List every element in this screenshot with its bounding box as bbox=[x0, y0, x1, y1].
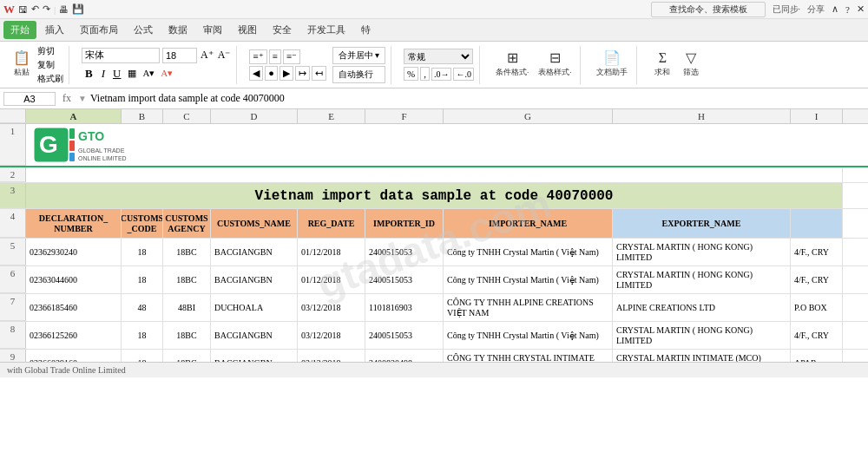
close-icon[interactable]: ✕ bbox=[857, 3, 865, 15]
align-left-button[interactable]: ◀ bbox=[249, 66, 263, 81]
bold-button[interactable]: B bbox=[82, 65, 96, 82]
thousand-button[interactable]: , bbox=[420, 67, 430, 81]
cell-reg-date-8[interactable]: 03/12/2018 bbox=[298, 322, 365, 349]
cell-customs-agency-6[interactable]: 18BC bbox=[163, 266, 211, 293]
paste-button[interactable]: 📋 粘贴 bbox=[9, 48, 35, 82]
sum-button[interactable]: Σ 求和 bbox=[649, 48, 675, 82]
indent-button[interactable]: ↦ bbox=[295, 66, 310, 81]
col-header-e[interactable]: E bbox=[298, 109, 365, 123]
share-button[interactable]: 分享 bbox=[807, 3, 825, 16]
number-format-select[interactable]: 常规 bbox=[404, 49, 473, 64]
tab-layout[interactable]: 页面布局 bbox=[73, 21, 125, 39]
cut-button[interactable]: 剪切 bbox=[37, 45, 63, 57]
cell-exporter-name-7[interactable]: ALPINE CREATIONS LTD bbox=[613, 294, 791, 321]
cell-reg-date-7[interactable]: 03/12/2018 bbox=[298, 294, 365, 321]
col-header-i[interactable]: I bbox=[791, 109, 843, 123]
cell-declaration-7[interactable]: 02366185460 bbox=[26, 294, 122, 321]
col-header-b[interactable]: B bbox=[122, 109, 163, 123]
cell-extra-7[interactable]: P.O BOX bbox=[791, 294, 843, 321]
percent-button[interactable]: % bbox=[404, 67, 418, 81]
cell-declaration-5[interactable]: 02362930240 bbox=[26, 239, 122, 265]
conditional-format-button[interactable]: ⊞ 条件格式· bbox=[492, 48, 532, 82]
cell-customs-agency-8[interactable]: 18BC bbox=[163, 322, 211, 349]
cell-customs-name-6[interactable]: BACGIANGBN bbox=[211, 266, 298, 293]
align-top-button[interactable]: ≡⁺ bbox=[249, 49, 266, 64]
align-right-button[interactable]: ▶ bbox=[279, 66, 293, 81]
cell-importer-id-7[interactable]: 1101816903 bbox=[365, 294, 444, 321]
tab-security[interactable]: 安全 bbox=[266, 21, 299, 39]
doc-helper-button[interactable]: 📄 文档助手 bbox=[593, 48, 631, 82]
formula-input[interactable] bbox=[90, 92, 865, 105]
tab-view[interactable]: 视图 bbox=[231, 21, 264, 39]
print-icon[interactable]: 🖶 bbox=[59, 4, 69, 15]
cell-customs-agency-5[interactable]: 18BC bbox=[163, 239, 211, 265]
tab-developer[interactable]: 开发工具 bbox=[300, 21, 352, 39]
quick-access-icon[interactable]: 🖫 bbox=[18, 4, 28, 15]
increase-font-button[interactable]: A⁺ bbox=[200, 48, 214, 62]
font-size-select[interactable] bbox=[162, 48, 197, 63]
font-color-button[interactable]: A▾ bbox=[159, 67, 174, 80]
cell-declaration-8[interactable]: 02366125260 bbox=[26, 322, 122, 349]
align-bottom-button[interactable]: ≡⁻ bbox=[283, 49, 300, 64]
cell-customs-name-8[interactable]: BACGIANGBN bbox=[211, 322, 298, 349]
decrease-decimal-button[interactable]: ←.0 bbox=[453, 68, 474, 81]
cell-importer-name-8[interactable]: Công ty TNHH Crystal Martin ( Việt Nam) bbox=[444, 322, 613, 349]
format-painter-button[interactable]: 格式刷 bbox=[37, 73, 63, 85]
col-header-f[interactable]: F bbox=[365, 109, 444, 123]
undo-icon[interactable]: ↶ bbox=[31, 3, 39, 15]
col-header-c[interactable]: C bbox=[163, 109, 211, 123]
col-header-a[interactable]: A bbox=[26, 109, 122, 123]
col-header-h[interactable]: H bbox=[613, 109, 791, 123]
redo-icon[interactable]: ↷ bbox=[43, 3, 50, 15]
tab-formula[interactable]: 公式 bbox=[127, 21, 160, 39]
cell-customs-name-7[interactable]: DUCHOALA bbox=[211, 294, 298, 321]
cell-exporter-name-5[interactable]: CRYSTAL MARTIN ( HONG KONG) LIMITED bbox=[613, 239, 791, 265]
cell-customs-code-7[interactable]: 48 bbox=[122, 294, 163, 321]
cell-reg-date-6[interactable]: 01/12/2018 bbox=[298, 266, 365, 293]
cell-importer-name-6[interactable]: Công ty TNHH Crystal Martin ( Việt Nam) bbox=[444, 266, 613, 293]
italic-button[interactable]: I bbox=[99, 66, 108, 82]
align-center-button[interactable]: ● bbox=[265, 66, 278, 81]
cell-exporter-name-6[interactable]: CRYSTAL MARTIN ( HONG KONG) LIMITED bbox=[613, 266, 791, 293]
search-box[interactable]: 查找命令、搜索模板 bbox=[651, 2, 766, 17]
tab-review[interactable]: 审阅 bbox=[196, 21, 229, 39]
save-icon[interactable]: 💾 bbox=[72, 3, 84, 15]
cell-importer-name-5[interactable]: Công ty TNHH Crystal Martin ( Việt Nam) bbox=[444, 239, 613, 265]
decrease-font-button[interactable]: A⁻ bbox=[217, 48, 232, 62]
cell-customs-name-5[interactable]: BACGIANGBN bbox=[211, 239, 298, 265]
align-middle-button[interactable]: ≡ bbox=[269, 49, 281, 64]
cell-declaration-6[interactable]: 02363044600 bbox=[26, 266, 122, 293]
cell-importer-id-8[interactable]: 2400515053 bbox=[365, 322, 444, 349]
cell-customs-code-8[interactable]: 18 bbox=[122, 322, 163, 349]
outdent-button[interactable]: ↤ bbox=[312, 66, 326, 81]
cell-customs-code-6[interactable]: 18 bbox=[122, 266, 163, 293]
tab-insert[interactable]: 插入 bbox=[38, 21, 71, 39]
border-button[interactable]: ▦ bbox=[126, 67, 138, 80]
cell-customs-agency-7[interactable]: 48BI bbox=[163, 294, 211, 321]
fill-color-button[interactable]: A▾ bbox=[141, 67, 156, 80]
cell-exporter-name-8[interactable]: CRYSTAL MARTIN ( HONG KONG) LIMITED bbox=[613, 322, 791, 349]
cell-importer-name-7[interactable]: CÔNG TY TNHH ALPINE CREATIONS VIỆT NAM bbox=[444, 294, 613, 321]
formula-function-icon[interactable]: fx bbox=[59, 92, 75, 105]
tab-special[interactable]: 特 bbox=[354, 21, 378, 39]
increase-decimal-button[interactable]: .0→ bbox=[431, 68, 452, 81]
cell-importer-id-6[interactable]: 2400515053 bbox=[365, 266, 444, 293]
cell-extra-5[interactable]: 4/F., CRY bbox=[791, 239, 843, 265]
cell-extra-8[interactable]: 4/F., CRY bbox=[791, 322, 843, 349]
filter-button[interactable]: ▽ 筛选 bbox=[678, 48, 704, 82]
cell-reference-input[interactable] bbox=[3, 92, 56, 106]
tab-data[interactable]: 数据 bbox=[161, 21, 194, 39]
font-name-select[interactable] bbox=[82, 48, 160, 63]
help-icon[interactable]: ? bbox=[845, 4, 850, 15]
tab-start[interactable]: 开始 bbox=[3, 21, 36, 39]
cell-reg-date-5[interactable]: 01/12/2018 bbox=[298, 239, 365, 265]
col-header-g[interactable]: G bbox=[444, 109, 613, 123]
merge-center-button[interactable]: 合并居中▾ bbox=[332, 47, 385, 64]
col-header-d[interactable]: D bbox=[211, 109, 298, 123]
auto-wrap-button[interactable]: 自动换行 bbox=[332, 66, 385, 83]
more-icon[interactable]: ∧ bbox=[832, 3, 838, 15]
cell-customs-code-5[interactable]: 18 bbox=[122, 239, 163, 265]
copy-button[interactable]: 复制 bbox=[37, 59, 63, 71]
table-style-button[interactable]: ⊟ 表格样式· bbox=[535, 48, 575, 82]
title-cell[interactable]: Vietnam import data sample at code 40070… bbox=[26, 183, 843, 208]
